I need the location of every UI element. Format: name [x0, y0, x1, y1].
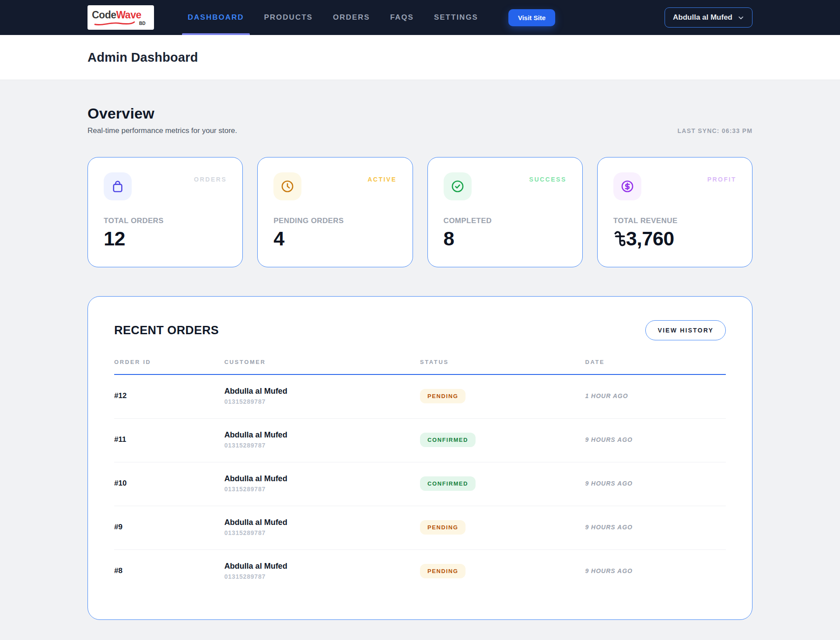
nav-item-faqs[interactable]: FAQS	[380, 0, 424, 35]
overview-title: Overview	[88, 105, 237, 122]
stat-value: 8	[444, 227, 567, 250]
customer-phone: 01315289787	[224, 529, 420, 536]
status-badge: PENDING	[420, 520, 466, 535]
card-tag: SUCCESS	[529, 176, 567, 183]
user-menu-label: Abdulla al Mufed	[673, 13, 732, 22]
customer-cell: Abdulla al Mufed 01315289787	[224, 387, 420, 405]
stat-label: TOTAL ORDERS	[104, 217, 227, 225]
main-content: Overview Real-time performance metrics f…	[0, 80, 840, 640]
customer-name: Abdulla al Mufed	[224, 562, 420, 571]
navbar: CodeWave BD DASHBOARDPRODUCTSORDERSFAQSS…	[0, 0, 840, 35]
chevron-down-icon	[738, 14, 744, 21]
page-header: Admin Dashboard	[0, 35, 840, 80]
customer-cell: Abdulla al Mufed 01315289787	[224, 562, 420, 580]
recent-orders-card: RECENT ORDERS VIEW HISTORY ORDER IDCUSTO…	[88, 296, 752, 620]
table-row: #12 Abdulla al Mufed 01315289787 PENDING…	[114, 375, 726, 419]
customer-name: Abdulla al Mufed	[224, 387, 420, 396]
logo[interactable]: CodeWave BD	[88, 5, 154, 30]
customer-cell: Abdulla al Mufed 01315289787	[224, 518, 420, 536]
card-tag: ORDERS	[194, 176, 227, 183]
nav-item-settings[interactable]: SETTINGS	[424, 0, 488, 35]
check-circle-icon	[444, 172, 472, 200]
page-title: Admin Dashboard	[88, 50, 752, 65]
logo-swoosh-icon	[92, 21, 137, 26]
status-cell: CONFIRMED	[420, 476, 585, 491]
stat-value: 4	[273, 227, 396, 250]
status-cell: CONFIRMED	[420, 433, 585, 447]
last-sync-label: LAST SYNC: 06:33 PM	[678, 127, 752, 135]
logo-text: CodeWave	[92, 10, 150, 20]
nav-item-dashboard[interactable]: DASHBOARD	[178, 0, 254, 35]
orders-table-header: ORDER IDCUSTOMERSTATUSDATE	[114, 359, 726, 375]
table-row: #9 Abdulla al Mufed 01315289787 PENDING …	[114, 506, 726, 550]
table-row: #8 Abdulla al Mufed 01315289787 PENDING …	[114, 550, 726, 593]
taka-sign-icon	[613, 230, 626, 248]
clock-icon	[273, 172, 301, 200]
stat-card: ORDERS TOTAL ORDERS 12	[88, 157, 243, 267]
status-badge: PENDING	[420, 389, 466, 403]
customer-cell: Abdulla al Mufed 01315289787	[224, 430, 420, 449]
order-id: #11	[114, 435, 224, 444]
stat-card: ACTIVE PENDING ORDERS 4	[257, 157, 413, 267]
stat-cards-grid: ORDERS TOTAL ORDERS 12 ACTIVE PENDING OR…	[88, 157, 752, 267]
status-cell: PENDING	[420, 520, 585, 535]
logo-bd: BD	[139, 21, 145, 26]
table-row: #11 Abdulla al Mufed 01315289787 CONFIRM…	[114, 419, 726, 462]
status-cell: PENDING	[420, 564, 585, 578]
column-header-status: STATUS	[420, 359, 585, 365]
overview-header: Overview Real-time performance metrics f…	[88, 105, 752, 135]
customer-name: Abdulla al Mufed	[224, 430, 420, 440]
stat-label: COMPLETED	[444, 217, 567, 225]
customer-phone: 01315289787	[224, 486, 420, 493]
order-id: #8	[114, 567, 224, 575]
column-header-order-id: ORDER ID	[114, 359, 224, 365]
customer-name: Abdulla al Mufed	[224, 518, 420, 527]
main-nav: DASHBOARDPRODUCTSORDERSFAQSSETTINGS	[178, 0, 488, 35]
shopping-bag-icon	[104, 172, 132, 200]
nav-item-products[interactable]: PRODUCTS	[254, 0, 323, 35]
stat-label: TOTAL REVENUE	[613, 217, 736, 225]
order-id: #9	[114, 523, 224, 532]
order-date: 9 HOURS AGO	[585, 524, 726, 531]
card-tag: PROFIT	[707, 176, 736, 183]
order-date: 1 HOUR AGO	[585, 392, 726, 399]
orders-table-body: #12 Abdulla al Mufed 01315289787 PENDING…	[114, 375, 726, 593]
customer-phone: 01315289787	[224, 573, 420, 580]
order-date: 9 HOURS AGO	[585, 436, 726, 443]
recent-orders-title: RECENT ORDERS	[114, 324, 219, 337]
nav-item-orders[interactable]: ORDERS	[323, 0, 380, 35]
customer-cell: Abdulla al Mufed 01315289787	[224, 474, 420, 493]
status-badge: CONFIRMED	[420, 476, 476, 491]
stat-value: 3,760	[613, 227, 736, 250]
order-date: 9 HOURS AGO	[585, 480, 726, 487]
visit-site-button[interactable]: Visit Site	[508, 9, 555, 26]
overview-subtitle: Real-time performance metrics for your s…	[88, 126, 237, 135]
card-tag: ACTIVE	[368, 176, 396, 183]
table-row: #10 Abdulla al Mufed 01315289787 CONFIRM…	[114, 462, 726, 506]
status-cell: PENDING	[420, 389, 585, 403]
order-id: #12	[114, 392, 224, 400]
customer-phone: 01315289787	[224, 442, 420, 449]
stat-card: PROFIT TOTAL REVENUE 3,760	[597, 157, 752, 267]
customer-name: Abdulla al Mufed	[224, 474, 420, 483]
status-badge: PENDING	[420, 564, 466, 578]
stat-label: PENDING ORDERS	[273, 217, 396, 225]
user-menu-button[interactable]: Abdulla al Mufed	[665, 7, 752, 28]
orders-table: ORDER IDCUSTOMERSTATUSDATE #12 Abdulla a…	[114, 359, 726, 593]
stat-card: SUCCESS COMPLETED 8	[427, 157, 583, 267]
view-history-button[interactable]: VIEW HISTORY	[645, 320, 726, 340]
stat-value: 12	[104, 227, 227, 250]
customer-phone: 01315289787	[224, 398, 420, 405]
column-header-date: DATE	[585, 359, 726, 365]
dollar-circle-icon	[613, 172, 641, 200]
column-header-customer: CUSTOMER	[224, 359, 420, 365]
order-date: 9 HOURS AGO	[585, 567, 726, 574]
order-id: #10	[114, 479, 224, 488]
status-badge: CONFIRMED	[420, 433, 476, 447]
